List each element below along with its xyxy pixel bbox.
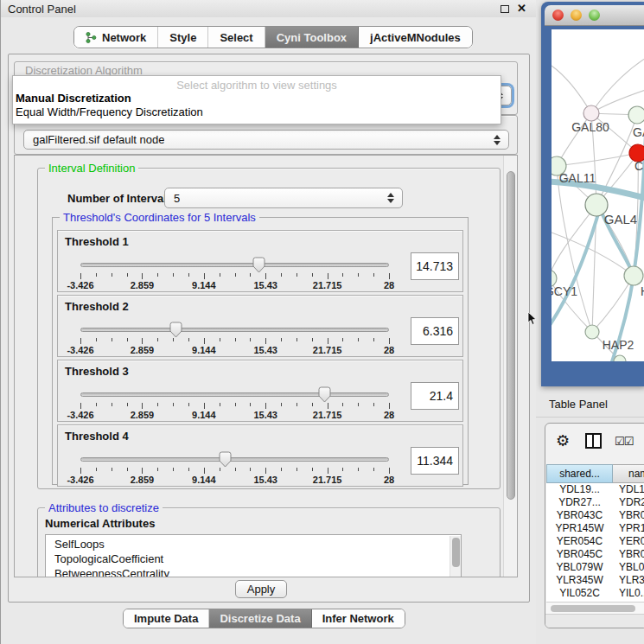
minimize-traffic-light-icon[interactable]: [571, 10, 582, 21]
attributes-list-scrollbar[interactable]: [450, 536, 462, 577]
scrollbar-thumb[interactable]: [551, 605, 635, 612]
network-node-label: H: [641, 284, 644, 298]
tab-select[interactable]: Select: [208, 27, 265, 48]
cell-name[interactable]: YER0...: [613, 535, 644, 548]
algorithm-prompt-item: Select algorithm to view settings: [13, 79, 501, 92]
slider-tick: [142, 403, 143, 409]
network-window-titlebar[interactable]: [545, 5, 644, 26]
mouse-cursor-icon: [527, 312, 537, 329]
table-row[interactable]: YER054CYER0...: [546, 535, 644, 548]
slider-tick: [80, 403, 81, 409]
settings-scrollbar[interactable]: [503, 156, 517, 577]
cell-shared-name[interactable]: YDR27...: [546, 496, 613, 509]
slider-tick: [342, 468, 343, 471]
control-panel: Control Panel ✕ Network Style Select: [0, 0, 536, 644]
slider-tick: [220, 273, 220, 277]
cell-name[interactable]: YBL0...: [613, 561, 644, 574]
threshold-1-value-field[interactable]: 14.713: [411, 252, 459, 280]
table-row[interactable]: YBR045CYBR0...: [546, 548, 644, 561]
cell-shared-name[interactable]: YPR145W: [546, 522, 613, 535]
threshold-2-slider[interactable]: [80, 328, 389, 332]
numerical-attributes-list[interactable]: SelfLoopsTopologicalCoefficientBetweenne…: [45, 534, 462, 577]
cell-name[interactable]: YBR0...: [613, 509, 644, 522]
cell-shared-name[interactable]: YDL19...: [546, 483, 613, 496]
network-view-window[interactable]: GAL80GACGAL11GAL4GCY1HHAP2: [541, 2, 644, 386]
column-header-name[interactable]: name: [613, 464, 644, 483]
slider-tick: [328, 338, 328, 344]
cell-name[interactable]: YBR0...: [613, 548, 644, 561]
scrollbar-thumb[interactable]: [507, 171, 515, 500]
cell-name[interactable]: YLR3...: [613, 574, 644, 587]
tab-discretize-data[interactable]: Discretize Data: [209, 609, 311, 628]
table-horizontal-scrollbar[interactable]: [546, 602, 644, 614]
algorithm-option-equal-width[interactable]: Equal Width/Frequency Discretization: [16, 105, 203, 118]
apply-button[interactable]: Apply: [235, 580, 287, 598]
threshold-3-slider-thumb[interactable]: [318, 386, 331, 403]
tab-style[interactable]: Style: [158, 27, 208, 48]
list-item[interactable]: BetweennessCentrality: [46, 566, 461, 577]
tab-network[interactable]: Network: [74, 27, 158, 48]
table-row[interactable]: YBR043CYBR0...: [546, 509, 644, 522]
slider-tick-label: 21.715: [309, 280, 347, 290]
table-row[interactable]: YPR145WYPR1...: [546, 522, 644, 535]
slider-tick: [358, 273, 359, 277]
slider-tick-label: 15.43: [246, 410, 284, 420]
threshold-4-slider-thumb[interactable]: [219, 451, 232, 468]
slider-tick: [342, 403, 343, 406]
threshold-4-value-field[interactable]: 11.344: [411, 447, 459, 475]
zoom-traffic-light-icon[interactable]: [589, 10, 600, 21]
slider-tick: [96, 273, 97, 277]
table-row[interactable]: YDR27...YDR2...: [546, 496, 644, 509]
threshold-4-slider[interactable]: [80, 457, 389, 462]
gear-icon[interactable]: ⚙: [556, 433, 570, 449]
table-row[interactable]: YIL052CYIL0...: [546, 587, 644, 600]
scrollbar-thumb[interactable]: [452, 538, 460, 567]
list-item[interactable]: TopologicalCoefficient: [46, 552, 461, 566]
cell-name[interactable]: YDR2...: [613, 496, 644, 509]
screen: Control Panel ✕ Network Style Select: [0, 0, 644, 644]
close-traffic-light-icon[interactable]: [552, 10, 564, 21]
column-layout-icon[interactable]: [585, 433, 602, 449]
network-node[interactable]: [624, 266, 643, 285]
tab-jactivemnodules[interactable]: jActiveMNodules: [359, 27, 472, 48]
slider-tick-label: 2.859: [123, 280, 161, 290]
table-data-combobox[interactable]: galFiltered.sif default node: [23, 130, 509, 150]
table-body: YDL19...YDL1...YDR27...YDR2...YBR043CYBR…: [546, 483, 644, 602]
threshold-3-slider[interactable]: [80, 392, 389, 397]
cell-name[interactable]: YDL1...: [613, 483, 644, 496]
threshold-1-slider[interactable]: [80, 263, 389, 267]
tab-cyni-toolbox[interactable]: Cyni Toolbox: [265, 27, 359, 48]
threshold-1-slider-thumb[interactable]: [252, 257, 265, 273]
table-row[interactable]: YDL19...YDL1...: [546, 483, 644, 496]
network-node[interactable]: [585, 325, 599, 339]
cell-shared-name[interactable]: YLR345W: [546, 574, 613, 587]
cell-shared-name[interactable]: YBL079W: [546, 561, 613, 574]
slider-tick: [250, 468, 251, 471]
float-window-icon[interactable]: [501, 5, 509, 13]
list-item[interactable]: SelfLoops: [46, 537, 461, 552]
network-canvas[interactable]: GAL80GACGAL11GAL4GCY1HHAP2: [552, 29, 644, 361]
network-node[interactable]: [583, 105, 599, 121]
threshold-2-value-field[interactable]: 6.316: [411, 317, 459, 345]
network-node[interactable]: [628, 106, 644, 124]
cell-shared-name[interactable]: YIL052C: [546, 587, 613, 600]
cell-shared-name[interactable]: YBR045C: [546, 548, 613, 561]
checkbox-columns-icon[interactable]: ☑☑: [615, 435, 633, 448]
algorithm-option-manual[interactable]: Manual Discretization: [16, 92, 131, 105]
column-header-shared[interactable]: shared...: [546, 464, 613, 483]
number-of-intervals-combobox[interactable]: 5: [164, 188, 403, 208]
cell-shared-name[interactable]: YER054C: [546, 535, 613, 548]
slider-tick: [389, 468, 390, 474]
close-icon[interactable]: ✕: [517, 2, 526, 15]
tab-impute-data-label: Impute Data: [134, 612, 198, 625]
cell-name[interactable]: YIL0...: [613, 587, 644, 600]
tab-infer-network[interactable]: Infer Network: [312, 609, 405, 628]
threshold-2-slider-thumb[interactable]: [169, 322, 182, 338]
table-row[interactable]: YLR345WYLR3...: [546, 574, 644, 587]
threshold-3-value-field[interactable]: 21.4: [411, 382, 459, 410]
threshold-2-panel: Threshold 2 6.316 -3.4262.8599.14415.432…: [57, 295, 463, 357]
tab-impute-data[interactable]: Impute Data: [124, 609, 209, 628]
cell-shared-name[interactable]: YBR043C: [546, 509, 613, 522]
table-row[interactable]: YBL079WYBL0...: [546, 561, 644, 574]
cell-name[interactable]: YPR1...: [613, 522, 644, 535]
